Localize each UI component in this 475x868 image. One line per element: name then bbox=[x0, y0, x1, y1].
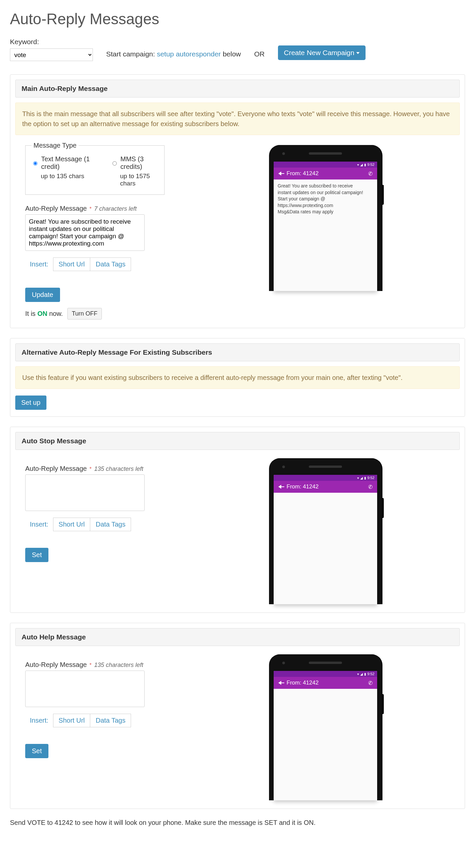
turn-off-button[interactable]: Turn OFF bbox=[67, 308, 101, 319]
phone-message-area: Great! You are subscribed to receive ins… bbox=[274, 180, 377, 219]
status-text: It is ON now. bbox=[25, 310, 63, 317]
required-asterisk: * bbox=[90, 466, 92, 472]
insert-label: Insert: bbox=[25, 521, 49, 528]
create-new-campaign-button[interactable]: Create New Campaign bbox=[278, 45, 366, 60]
phone-preview-stop: ▾ ◢ ▮ 9:52 From: 41242 ✆ bbox=[269, 458, 382, 604]
battery-icon: ▮ bbox=[364, 672, 366, 676]
phone-from: From: 41242 bbox=[287, 484, 318, 490]
insert-label: Insert: bbox=[25, 260, 49, 268]
set-button-stop[interactable]: Set bbox=[25, 548, 49, 562]
keyword-label: Keyword: bbox=[10, 38, 93, 46]
help-panel-header: Auto Help Message bbox=[15, 628, 460, 646]
signal-icon: ◢ bbox=[360, 163, 363, 166]
data-tags-button[interactable]: Data Tags bbox=[90, 714, 131, 727]
short-url-button[interactable]: Short Url bbox=[53, 257, 91, 271]
radio-mms[interactable]: MMS (3 credits) bbox=[111, 155, 158, 170]
auto-stop-panel: Auto Stop Message Auto-Reply Message * 1… bbox=[10, 427, 465, 613]
required-asterisk: * bbox=[90, 206, 92, 212]
footer-note: Send VOTE to 41242 to see how it will lo… bbox=[10, 819, 465, 827]
set-button-help[interactable]: Set bbox=[25, 744, 49, 758]
phone-time: 9:52 bbox=[368, 672, 375, 676]
insert-label: Insert: bbox=[25, 717, 49, 724]
phone-preview-help: ▾ ◢ ▮ 9:52 From: 41242 ✆ bbox=[269, 654, 382, 800]
main-info-box: This is the main message that all subscr… bbox=[15, 102, 460, 135]
phone-call-icon: ✆ bbox=[368, 680, 373, 686]
help-message-textarea[interactable] bbox=[25, 671, 145, 707]
alternative-panel: Alternative Auto-Reply Message For Exist… bbox=[10, 338, 465, 417]
data-tags-button[interactable]: Data Tags bbox=[90, 257, 131, 271]
back-arrow-icon bbox=[278, 485, 281, 489]
alt-info-box: Use this feature if you want existing su… bbox=[15, 366, 460, 389]
message-type-legend: Message Type bbox=[32, 142, 78, 149]
radio-text-message[interactable]: Text Message (1 credit) bbox=[32, 155, 97, 170]
radio-sms-sub: up to 135 chars bbox=[32, 173, 97, 180]
main-panel-header: Main Auto-Reply Message bbox=[15, 80, 460, 98]
main-auto-reply-panel: Main Auto-Reply Message This is the main… bbox=[10, 74, 465, 328]
battery-icon: ▮ bbox=[364, 476, 366, 480]
update-button[interactable]: Update bbox=[25, 288, 60, 302]
signal-icon: ◢ bbox=[360, 672, 363, 676]
start-campaign-text: Start campaign: setup autoresponder belo… bbox=[106, 50, 241, 58]
phone-message-area bbox=[274, 689, 377, 695]
phone-time: 9:52 bbox=[368, 163, 375, 166]
help-chars-left: 135 characters left bbox=[94, 662, 143, 669]
caret-down-icon bbox=[356, 52, 359, 54]
radio-mms-sub: up to 1575 chars bbox=[111, 173, 158, 187]
phone-message-area bbox=[274, 493, 377, 499]
phone-call-icon: ✆ bbox=[368, 170, 373, 177]
phone-time: 9:52 bbox=[368, 476, 375, 480]
stop-message-textarea[interactable] bbox=[25, 474, 145, 511]
data-tags-button[interactable]: Data Tags bbox=[90, 518, 131, 531]
phone-from: From: 41242 bbox=[287, 170, 318, 177]
back-arrow-icon bbox=[278, 172, 281, 176]
stop-field-label: Auto-Reply Message bbox=[25, 465, 87, 472]
phone-preview-main: ▾ ◢ ▮ 9:52 From: 41242 ✆ Great! You are … bbox=[269, 145, 382, 291]
radio-sms-input[interactable] bbox=[33, 161, 37, 165]
wifi-icon: ▾ bbox=[357, 672, 359, 676]
keyword-select[interactable]: vote bbox=[10, 49, 93, 61]
short-url-button[interactable]: Short Url bbox=[53, 518, 91, 531]
page-title: Auto-Reply Messages bbox=[10, 10, 465, 28]
required-asterisk: * bbox=[90, 662, 92, 668]
setup-autoresponder-link[interactable]: setup autoresponder bbox=[157, 50, 221, 58]
stop-chars-left: 135 characters left bbox=[94, 466, 143, 472]
short-url-button[interactable]: Short Url bbox=[53, 714, 91, 727]
signal-icon: ◢ bbox=[360, 476, 363, 480]
setup-button[interactable]: Set up bbox=[15, 396, 46, 410]
or-separator: OR bbox=[254, 50, 265, 58]
wifi-icon: ▾ bbox=[357, 163, 359, 166]
help-field-label: Auto-Reply Message bbox=[25, 661, 87, 669]
main-message-textarea[interactable] bbox=[25, 214, 145, 251]
phone-call-icon: ✆ bbox=[368, 484, 373, 490]
main-chars-left: 7 characters left bbox=[94, 206, 137, 212]
radio-mms-input[interactable] bbox=[113, 161, 117, 165]
back-arrow-icon bbox=[278, 681, 281, 685]
auto-help-panel: Auto Help Message Auto-Reply Message * 1… bbox=[10, 623, 465, 809]
phone-from: From: 41242 bbox=[287, 680, 318, 686]
alt-panel-header: Alternative Auto-Reply Message For Exist… bbox=[15, 343, 460, 361]
message-type-fieldset: Message Type Text Message (1 credit) up … bbox=[25, 142, 164, 195]
battery-icon: ▮ bbox=[364, 163, 366, 166]
main-field-label: Auto-Reply Message bbox=[25, 205, 87, 212]
stop-panel-header: Auto Stop Message bbox=[15, 432, 460, 450]
wifi-icon: ▾ bbox=[357, 476, 359, 480]
